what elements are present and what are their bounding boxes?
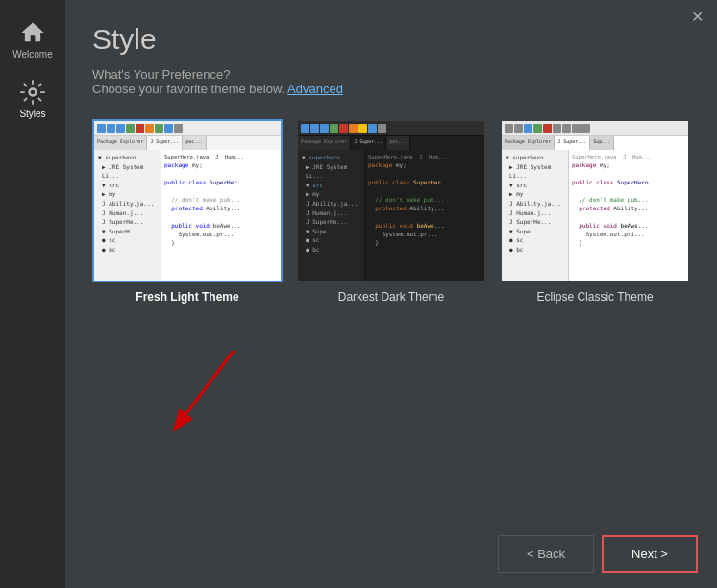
theme-preview-eclipse-classic: Package Explorer J Super... Sup... ▼ sup… [500,119,690,282]
subtitle: What's Your Preference? Choose your favo… [92,67,690,96]
subtitle-text: What's Your Preference? [92,67,230,82]
subtitle-choose: Choose your favorite theme below. [92,82,287,96]
bottom-buttons: < Back Next > [498,535,698,573]
theme-preview-fresh-light: Package Explorer J Super... pac... ▼ sup… [92,119,283,282]
theme-label-darkest-dark: Darkest Dark Theme [338,290,444,304]
themes-row: Package Explorer J Super... pac... ▼ sup… [92,119,690,304]
theme-card-fresh-light[interactable]: Package Explorer J Super... pac... ▼ sup… [92,119,283,304]
sidebar-item-welcome[interactable]: Welcome [0,10,65,69]
theme-label-fresh-light: Fresh Light Theme [136,290,238,304]
next-button[interactable]: Next > [602,535,698,573]
close-button[interactable]: ✕ [691,10,704,25]
sidebar-welcome-label: Welcome [12,49,53,60]
sidebar: Welcome Styles [0,0,65,588]
home-icon [19,19,46,46]
svg-line-2 [176,351,234,428]
back-button[interactable]: < Back [498,535,594,573]
page-title: Style [92,23,690,56]
sidebar-item-styles[interactable]: Styles [0,69,65,129]
advanced-link[interactable]: Advanced [287,82,343,96]
svg-point-0 [30,89,37,96]
theme-preview-darkest-dark: Package Explorer J Super... poc... ▼ sup… [296,119,486,282]
main-content: ✕ Style What's Your Preference? Choose y… [65,0,717,588]
sidebar-styles-label: Styles [19,109,45,119]
theme-label-eclipse-classic: Eclipse Classic Theme [536,290,653,304]
styles-icon [19,79,46,106]
theme-card-eclipse-classic[interactable]: Package Explorer J Super... Sup... ▼ sup… [500,119,690,304]
theme-card-darkest-dark[interactable]: Package Explorer J Super... poc... ▼ sup… [296,119,486,304]
annotation-arrow [157,341,310,456]
